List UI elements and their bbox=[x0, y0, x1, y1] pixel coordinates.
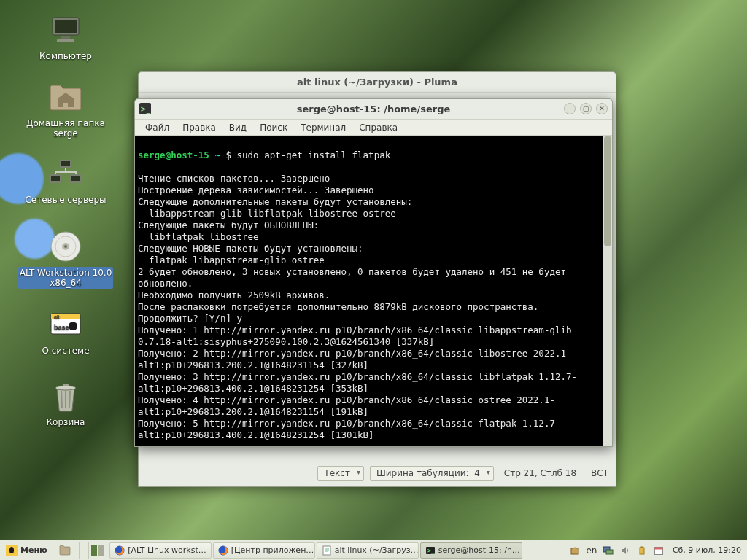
terminal-menubar: Файл Правка Вид Поиск Терминал Справка bbox=[135, 120, 612, 136]
desktop-icon-label: Компьютер bbox=[22, 51, 109, 61]
tray-updates-icon[interactable] bbox=[569, 545, 581, 556]
terminal-title-text: serge@host-15: /home/serge bbox=[297, 104, 451, 114]
desktop-icon-about[interactable]: basealt О системе bbox=[22, 308, 109, 356]
task-label: [Центр приложен… bbox=[231, 545, 314, 555]
window-terminal[interactable]: >_ serge@host-15: /home/serge – ▢ ✕ Файл… bbox=[134, 98, 613, 447]
menu-view[interactable]: Вид bbox=[223, 121, 252, 134]
pluma-title-text: alt linux (~/Загрузки) - Pluma bbox=[297, 77, 457, 88]
taskbar-item-firefox-2[interactable]: [Центр приложен… bbox=[213, 542, 315, 559]
desktop-icon-network[interactable]: Сетевые серверы bbox=[22, 157, 109, 205]
computer-icon bbox=[48, 13, 83, 48]
tray-volume-icon[interactable] bbox=[619, 545, 631, 556]
pluma-syntax-dropdown[interactable]: Текст bbox=[317, 466, 364, 481]
task-label: alt linux (~/Загруз… bbox=[335, 545, 419, 555]
svg-text:base: base bbox=[54, 324, 69, 331]
svg-rect-30 bbox=[640, 546, 643, 548]
svg-point-13 bbox=[64, 245, 67, 248]
svg-rect-1 bbox=[55, 20, 77, 33]
about-system-icon: basealt bbox=[48, 308, 83, 343]
desktop-icon-label: Сетевые серверы bbox=[22, 195, 109, 205]
panel: Меню [ALT Linux workst… [Центр приложен…… bbox=[0, 540, 747, 560]
network-servers-icon bbox=[48, 157, 83, 192]
folder-icon bbox=[59, 545, 71, 556]
desktop-icon-label: ALT Workstation 10.0 x86_64 bbox=[18, 267, 114, 289]
terminal-titlebar[interactable]: >_ serge@host-15: /home/serge – ▢ ✕ bbox=[135, 99, 612, 120]
menu-file[interactable]: Файл bbox=[139, 121, 175, 134]
desktop-icon-disc[interactable]: ALT Workstation 10.0 x86_64 bbox=[13, 229, 118, 289]
trash-icon bbox=[48, 379, 83, 414]
pluma-cursor-pos: Стр 21, Стлб 18 bbox=[497, 468, 584, 478]
task-label: [ALT Linux workst… bbox=[128, 545, 206, 555]
taskbar-item-terminal[interactable]: >_ serge@host-15: /h… bbox=[420, 542, 522, 559]
tray-calendar-icon[interactable] bbox=[653, 545, 665, 556]
alt-logo-icon bbox=[6, 545, 18, 556]
svg-rect-9 bbox=[71, 176, 80, 181]
svg-rect-32 bbox=[654, 547, 662, 549]
svg-text:>_: >_ bbox=[427, 548, 435, 554]
svg-rect-28 bbox=[606, 550, 613, 554]
pluma-statusbar: Текст Ширина табуляции: 4 Стр 21, Стлб 1… bbox=[139, 464, 616, 482]
start-menu-button[interactable]: Меню bbox=[1, 542, 53, 559]
desktop-icon-label: О системе bbox=[22, 346, 109, 356]
desktop-icon-label: Корзина bbox=[22, 417, 109, 427]
scrollbar-thumb[interactable] bbox=[604, 136, 611, 246]
task-label: serge@host-15: /h… bbox=[438, 545, 520, 555]
maximize-button[interactable]: ▢ bbox=[580, 103, 592, 114]
desktop-icon-computer[interactable]: Компьютер bbox=[22, 13, 109, 61]
terminal-icon: >_ bbox=[425, 545, 436, 556]
disc-icon bbox=[48, 229, 83, 264]
minimize-button[interactable]: – bbox=[564, 103, 576, 114]
file-manager-launcher[interactable] bbox=[54, 542, 76, 559]
desktop-icon-trash[interactable]: Корзина bbox=[22, 379, 109, 427]
tray-network-icon[interactable] bbox=[603, 545, 614, 556]
folder-home-icon bbox=[48, 80, 83, 115]
taskbar-item-pluma[interactable]: alt linux (~/Загруз… bbox=[317, 542, 419, 559]
editor-icon bbox=[322, 545, 332, 556]
pluma-tabwidth-dropdown[interactable]: Ширина табуляции: 4 bbox=[370, 466, 494, 481]
tray-battery-icon[interactable] bbox=[636, 545, 648, 556]
system-tray: en Сб, 9 июл, 19:20 bbox=[569, 545, 747, 556]
terminal-output[interactable]: serge@host-15 ~ $ sudo apt-get install f… bbox=[135, 136, 612, 446]
pluma-insert-mode: ВСТ bbox=[584, 468, 616, 478]
keyboard-layout-indicator[interactable]: en bbox=[586, 545, 597, 556]
panel-clock[interactable]: Сб, 9 июл, 19:20 bbox=[670, 545, 741, 555]
desktop-icon-label: Домашняя папка serge bbox=[22, 118, 109, 139]
svg-rect-7 bbox=[51, 176, 60, 181]
svg-rect-29 bbox=[640, 548, 644, 554]
menu-help[interactable]: Справка bbox=[353, 121, 403, 134]
firefox-icon bbox=[115, 545, 125, 556]
start-menu-label: Меню bbox=[20, 545, 47, 555]
desktop-icon-home[interactable]: Домашняя папка serge bbox=[22, 80, 109, 139]
menu-terminal[interactable]: Терминал bbox=[295, 121, 352, 134]
show-desktop-button[interactable] bbox=[79, 542, 89, 559]
svg-rect-3 bbox=[57, 39, 74, 42]
firefox-icon bbox=[218, 545, 228, 556]
pluma-titlebar[interactable]: alt linux (~/Загрузки) - Pluma bbox=[139, 72, 616, 93]
svg-rect-23 bbox=[323, 546, 330, 555]
close-button[interactable]: ✕ bbox=[596, 103, 608, 114]
svg-text:alt: alt bbox=[54, 314, 59, 319]
svg-rect-5 bbox=[61, 161, 70, 166]
terminal-app-icon: >_ bbox=[139, 103, 151, 114]
menu-search[interactable]: Поиск bbox=[254, 121, 293, 134]
workspace-switcher[interactable] bbox=[91, 545, 104, 556]
svg-rect-2 bbox=[61, 36, 70, 39]
taskbar-item-firefox-1[interactable]: [ALT Linux workst… bbox=[109, 542, 212, 559]
terminal-scrollbar[interactable] bbox=[603, 136, 612, 446]
menu-edit[interactable]: Правка bbox=[177, 121, 222, 134]
svg-rect-19 bbox=[63, 384, 69, 386]
